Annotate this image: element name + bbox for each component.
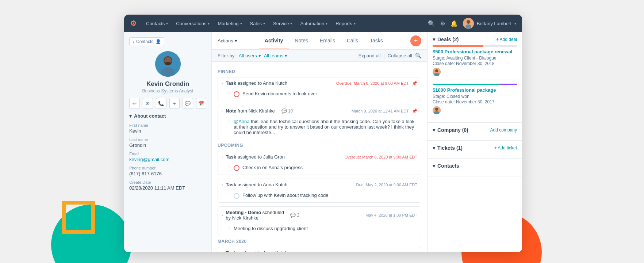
deal2-stage: Stage: Closed won (433, 94, 517, 99)
add-ticket-link[interactable]: + Add ticket (494, 145, 517, 150)
deal1-name[interactable]: $500 Professional package renewal (433, 49, 517, 54)
upcoming-task-1: › Task assigned to Julia Gron Overdue: M… (218, 151, 421, 175)
upcoming-task2-time: Due: May 2, 2020 at 9:00 AM EDT (356, 183, 417, 187)
user-menu[interactable]: Brittany Lambert ▾ (463, 18, 516, 29)
tab-calls[interactable]: Calls (341, 33, 364, 49)
contact-actions: ✏ ✉ 📞 + 💬 📅 (129, 98, 206, 109)
deals-section: ▾ Deals (2) + Add deal $500 Professional… (428, 32, 522, 123)
reports-chevron-icon: ▾ (354, 22, 356, 26)
left-panel: ‹ Contacts 👤 Kevin Grondin Busines (124, 32, 212, 252)
march-task-1-header[interactable]: › Task assigned to Anna Kutch March 9, 2… (218, 247, 421, 252)
svg-point-2 (465, 24, 471, 29)
task-circle[interactable] (234, 91, 239, 97)
tickets-section-header: ▾ Tickets (1) + Add ticket (433, 145, 517, 151)
company-section: ▾ Company (0) + Add company (428, 123, 522, 141)
bg-yellow-rect (62, 201, 95, 234)
user-menu-chevron-icon: ▾ (514, 22, 516, 26)
back-to-contacts-button[interactable]: ‹ Contacts 👤 (129, 37, 164, 46)
actions-button[interactable]: Actions ▾ (218, 38, 237, 43)
calendar-button[interactable]: 📅 (196, 98, 207, 109)
expand-collapse-controls: Expand all | Collapse all (359, 53, 412, 58)
filter-bar: Filter by: All users ▾ All teams ▾ Expan… (212, 50, 427, 62)
activity-search-icon[interactable]: 🔍 (415, 53, 421, 58)
settings-icon[interactable]: ⚙ (440, 20, 445, 27)
nav-reports[interactable]: Reports ▾ (332, 19, 359, 28)
march2020-section-label: March 2020 (218, 239, 421, 244)
actions-chevron-icon: ▾ (235, 38, 237, 43)
nav-automation[interactable]: Automation ▾ (296, 19, 331, 28)
note-drag-handle-icon: ⠿ (228, 119, 231, 123)
tab-emails[interactable]: Emails (314, 33, 341, 49)
nav-sales[interactable]: Sales ▾ (246, 19, 269, 28)
meeting1-chevron-icon: › (222, 213, 223, 217)
nav-conversations[interactable]: Conversations ▾ (172, 19, 213, 28)
deal1-stage: Stage: Awaiting Client - Dialogue (433, 56, 517, 61)
deals-chevron-icon: ▾ (433, 37, 435, 42)
upcoming-task2-chevron-icon: › (222, 183, 223, 187)
nav-marketing[interactable]: Marketing ▾ (214, 19, 245, 28)
pinned-note-1-header[interactable]: › Note from Nick Kirshke 💬 10 March 9, 2… (218, 105, 421, 117)
conversations-chevron-icon: ▾ (208, 22, 210, 26)
upcoming-task-1-header[interactable]: › Task assigned to Julia Gron Overdue: M… (218, 151, 421, 163)
filter-teams-dropdown[interactable]: All teams ▾ (264, 53, 287, 58)
upcoming-meeting-1-body: ⠿ Meeting to discuss upgrading client (218, 224, 421, 235)
note1-chevron-icon: › (222, 109, 223, 113)
upcoming-meeting-1: › Meeting - Demo scheduled by Nick Kirsh… (218, 206, 421, 235)
upcoming-task-2: › Task assigned to Anna Kutch Due: May 2… (218, 179, 421, 203)
company-section-title[interactable]: ▾ Company (0) (433, 127, 468, 133)
search-icon[interactable]: 🔍 (428, 20, 435, 27)
upcoming-task2-circle[interactable] (234, 193, 239, 199)
call-button[interactable]: 📞 (156, 98, 166, 109)
svg-point-1 (467, 20, 470, 24)
user-name: Brittany Lambert (477, 21, 511, 26)
deals-section-title[interactable]: ▾ Deals (2) (433, 37, 459, 42)
deal2-close-date: Close date: November 30, 2017 (433, 99, 517, 104)
contacts-section-header: ▾ Contacts (433, 163, 517, 169)
contacts-right-chevron-icon: ▾ (433, 163, 435, 169)
tab-notes[interactable]: Notes (289, 33, 314, 49)
edit-button[interactable]: ✏ (129, 98, 140, 109)
nav-service[interactable]: Service ▾ (269, 19, 296, 28)
expand-all-link[interactable]: Expand all (359, 53, 381, 58)
contacts-section-title[interactable]: ▾ Contacts (433, 163, 459, 169)
tab-activity[interactable]: Activity (259, 33, 289, 49)
chat-button[interactable]: 💬 (183, 98, 193, 109)
deal-1: $500 Professional package renewal Stage:… (433, 45, 517, 76)
add-company-link[interactable]: + Add company (487, 127, 517, 133)
contact-avatar-area: Kevin Grondin Business Systems Analyst (129, 51, 206, 94)
deal2-progress-bar (433, 84, 517, 85)
meeting-comment-icon: 💬 (290, 213, 296, 218)
notifications-icon[interactable]: 🔔 (451, 20, 458, 27)
sales-chevron-icon: ▾ (263, 22, 265, 26)
pinned-section-label: Pinned (218, 69, 421, 74)
add-activity-button[interactable]: + (410, 35, 421, 46)
task1-desc: Send Kevin documents to look over (242, 91, 417, 96)
service-chevron-icon: ▾ (290, 22, 292, 26)
note1-time: March 9, 2020 at 11:41 AM EDT (352, 109, 409, 113)
tickets-section-title[interactable]: ▾ Tickets (1) (433, 145, 463, 151)
pinned-task-1-header[interactable]: › Task assigned to Anna Kutch Overdue: M… (218, 77, 421, 89)
add-deal-link[interactable]: + Add deal (496, 37, 517, 42)
contacts-chevron-icon: ▾ (166, 22, 168, 26)
meeting1-drag-icon: ⠿ (228, 226, 231, 230)
note-comment-count: 💬 10 (281, 108, 293, 114)
upcoming-task2-desc: Follow up with Kevin about tracking code (242, 193, 417, 198)
collapse-all-link[interactable]: Collapse all (388, 53, 412, 58)
activity-feed: Pinned › Task assigned to Anna Kutch Ove… (212, 62, 427, 252)
hubspot-logo[interactable]: ⚙ (130, 19, 137, 28)
about-header[interactable]: ▾ About contact (129, 113, 206, 119)
deal2-name[interactable]: $1000 Professional package (433, 87, 517, 93)
add-button[interactable]: + (169, 98, 180, 109)
upcoming-task1-circle[interactable] (234, 165, 239, 171)
upcoming-task-2-header[interactable]: › Task assigned to Anna Kutch Due: May 2… (218, 179, 421, 190)
march-task-1: › Task assigned to Anna Kutch March 9, 2… (218, 247, 421, 252)
tab-tasks[interactable]: Tasks (364, 33, 389, 49)
marketing-chevron-icon: ▾ (240, 22, 242, 26)
upcoming-task1-chevron-icon: › (222, 155, 223, 159)
about-chevron-icon: ▾ (129, 113, 132, 119)
email-button[interactable]: ✉ (143, 98, 153, 109)
upcoming-meeting-1-header[interactable]: › Meeting - Demo scheduled by Nick Kirsh… (218, 207, 421, 224)
filter-users-dropdown[interactable]: All users ▾ (239, 53, 261, 58)
nav-contacts[interactable]: Contacts ▾ (142, 19, 172, 28)
note-pin-icon: 📌 (412, 108, 417, 114)
